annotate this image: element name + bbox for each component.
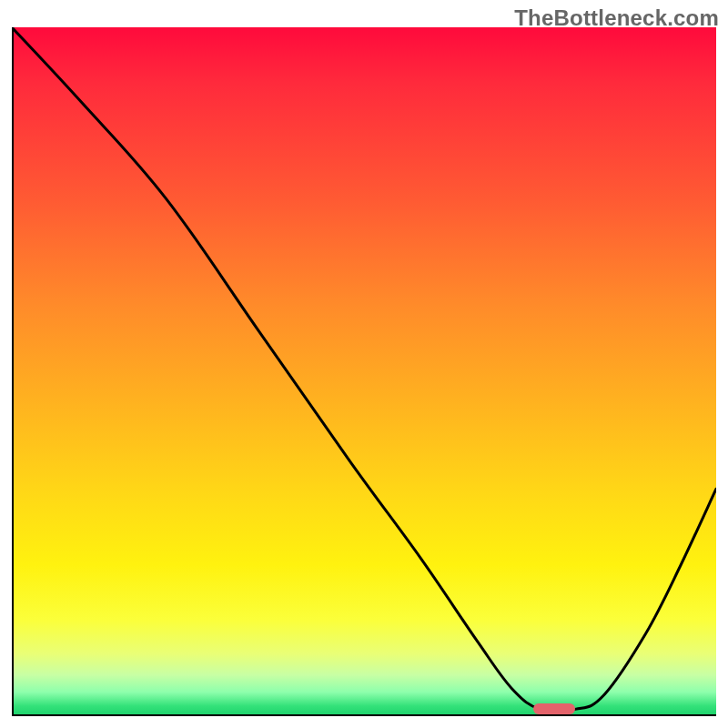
chart-container: TheBottleneck.com xyxy=(0,0,728,728)
x-axis xyxy=(12,714,716,716)
watermark-text: TheBottleneck.com xyxy=(514,5,719,31)
y-axis xyxy=(12,27,14,716)
plot-area xyxy=(12,27,716,716)
bottleneck-curve xyxy=(12,27,716,716)
optimum-marker xyxy=(533,703,575,714)
